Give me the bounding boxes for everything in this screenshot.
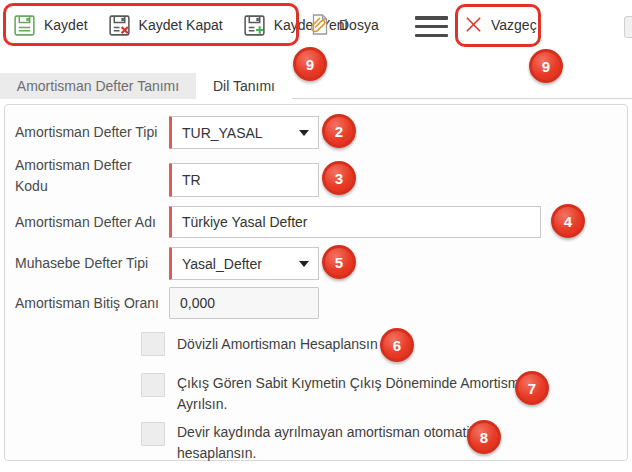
save-button[interactable]: Kaydet [12, 13, 88, 38]
dovizli-amortisman-checkbox[interactable] [141, 332, 165, 356]
cikis-doneminde-amortisman-checkbox[interactable] [141, 373, 165, 397]
cancel-button-label: Vazgeç [491, 17, 537, 33]
bitis-orani-label: Amortisman Bitiş Oranı [15, 287, 165, 319]
devir-kaydi-otomatik-checkbox-label: Devir kaydında ayrılmayan amortisman oto… [177, 422, 507, 464]
annotation-badge-9-cancel: 9 [529, 49, 563, 83]
tab-dil-tanimi[interactable]: Dil Tanımı [196, 73, 292, 99]
defter-adi-label: Amortisman Defter Adı [15, 206, 165, 238]
defter-tipi-selected-value: TUR_YASAL [182, 125, 263, 141]
dovizli-amortisman-checkbox-label: Dövizli Amortisman Hesaplansın [177, 334, 378, 355]
defter-tipi-select[interactable]: TUR_YASAL [169, 116, 319, 149]
devir-kaydi-otomatik-checkbox[interactable] [141, 422, 165, 446]
defter-kodu-label: Amortisman Defter Kodu [15, 155, 145, 197]
form-panel: Amortisman Defter Tipi TUR_YASAL Amortis… [4, 104, 628, 461]
save-button-group: Kaydet Kaydet Kapat [12, 10, 348, 40]
defter-tipi-label: Amortisman Defter Tipi [15, 116, 165, 149]
file-button-label: Dosya [339, 17, 379, 33]
file-paperclip-icon [308, 12, 332, 37]
app-window: Kaydet Kaydet Kapat [0, 0, 632, 472]
clipped-toolbar-item [624, 16, 632, 38]
menu-hamburger-icon[interactable] [415, 16, 448, 37]
defter-kodu-input[interactable] [169, 163, 319, 197]
muhasebe-defter-tipi-select[interactable]: Yasal_Defter [169, 247, 319, 280]
tab-amortisman-defter-tanimi[interactable]: Amortisman Defter Tanımı [0, 73, 196, 99]
muhasebe-defter-tipi-label: Muhasebe Defter Tipi [15, 247, 165, 280]
annotation-badge-6: 6 [380, 328, 414, 362]
cancel-x-icon [463, 14, 484, 35]
muhasebe-defter-tipi-selected-value: Yasal_Defter [182, 256, 262, 272]
save-new-floppy-icon [242, 13, 267, 38]
tab-label: Dil Tanımı [213, 78, 275, 94]
annotation-badge-9-save: 9 [293, 47, 327, 81]
annotation-badge-3: 3 [322, 161, 356, 195]
chevron-down-icon [299, 130, 309, 136]
chevron-down-icon [299, 261, 309, 267]
annotation-badge-5: 5 [322, 245, 356, 279]
save-button-label: Kaydet [44, 17, 88, 33]
annotation-badge-4: 4 [551, 204, 585, 238]
save-floppy-icon [12, 13, 37, 38]
save-close-button[interactable]: Kaydet Kapat [107, 13, 223, 38]
cancel-button[interactable]: Vazgeç [463, 14, 537, 35]
annotation-badge-2: 2 [322, 114, 356, 148]
annotation-badge-8: 8 [467, 420, 501, 454]
annotation-badge-7: 7 [515, 371, 549, 405]
defter-adi-input[interactable] [169, 206, 541, 238]
tab-label: Amortisman Defter Tanımı [17, 78, 179, 94]
save-close-floppy-icon [107, 13, 132, 38]
bitis-orani-input[interactable] [169, 287, 319, 319]
file-button[interactable]: Dosya [308, 12, 379, 37]
save-close-button-label: Kaydet Kapat [139, 17, 223, 33]
cikis-doneminde-amortisman-checkbox-label: Çıkış Gören Sabit Kıymetin Çıkış Dönemin… [177, 373, 539, 415]
